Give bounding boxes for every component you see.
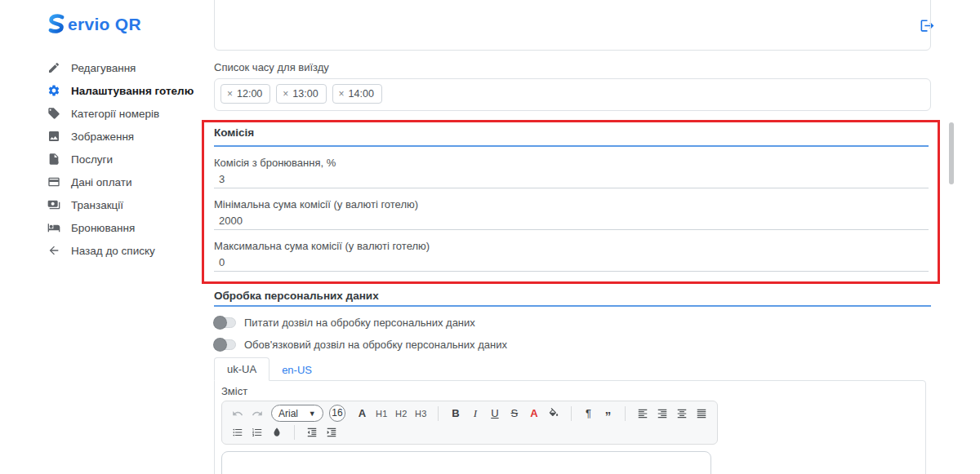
chip-remove-icon[interactable]: ×: [227, 90, 233, 98]
toolbar-separator: [294, 425, 295, 440]
toolbar-row-1: Arial ▼ 16 A H1 H2 H3 B I U S A ¶ ”: [229, 404, 710, 423]
toolbar-separator: [625, 406, 626, 421]
servio-logo[interactable]: ervio QR: [45, 13, 141, 35]
indent-increase-icon[interactable]: [323, 424, 340, 441]
tab-en-us[interactable]: en-US: [270, 359, 324, 381]
font-button[interactable]: A: [354, 405, 370, 422]
commission-field-row: Максимальна сума комісії (у валюті готел…: [214, 241, 929, 272]
toggle-label: Питати дозвіл на обробку персональних да…: [244, 317, 475, 329]
toggle-switch-off[interactable]: [214, 317, 236, 328]
sidebar-item-label: Налаштування готелю: [71, 85, 194, 97]
logo-text: ervio QR: [68, 15, 141, 34]
toggle-row-required-permission: Обов'язковий дозвіл на обробку персональ…: [214, 339, 931, 351]
droplet-icon[interactable]: [269, 424, 285, 441]
toolbar-separator: [438, 406, 439, 421]
bold-button[interactable]: B: [448, 405, 464, 422]
redo-icon[interactable]: [249, 405, 265, 422]
sidebar-item-editing[interactable]: Редагування: [47, 61, 203, 74]
sidebar-item-bookings[interactable]: Бронювання: [47, 221, 203, 234]
back-to-list-link[interactable]: Назад до списку: [47, 244, 203, 257]
commission-highlight-box: Комісія Комісія з бронювання, % 3 Мініма…: [202, 120, 940, 284]
time-chip[interactable]: × 14:00: [332, 84, 382, 104]
toolbar-row-2: [229, 423, 710, 441]
font-family-select[interactable]: Arial ▼: [271, 405, 323, 422]
commission-max-input[interactable]: 0: [214, 257, 929, 272]
h2-button[interactable]: H2: [393, 405, 409, 422]
content-label: Зміст: [221, 386, 919, 396]
toggle-switch-off[interactable]: [214, 339, 236, 350]
back-link-label: Назад до списку: [71, 245, 155, 257]
main-content: Список часу для виїзду × 12:00 × 13:00 ×…: [214, 0, 931, 474]
text-color-button[interactable]: A: [526, 405, 542, 422]
arrow-left-icon: [47, 244, 60, 257]
sidebar: Редагування Налаштування готелю Категорі…: [47, 61, 203, 267]
sidebar-item-services[interactable]: Послуги: [47, 153, 203, 166]
font-size-input[interactable]: 16: [329, 405, 346, 422]
commission-field-row: Комісія з бронювання, % 3: [214, 157, 929, 188]
time-chip[interactable]: × 13:00: [276, 84, 326, 104]
paragraph-button[interactable]: ¶: [580, 405, 596, 422]
commission-percent-input[interactable]: 3: [214, 174, 929, 188]
chip-label: 13:00: [292, 88, 318, 100]
commission-min-input[interactable]: 2000: [214, 215, 929, 230]
transactions-icon: [47, 198, 60, 211]
numbered-list-icon[interactable]: [249, 424, 265, 441]
sidebar-item-label: Дані оплати: [71, 176, 132, 188]
richtext-content-area[interactable]: [221, 451, 711, 474]
gear-icon: [47, 84, 60, 97]
h3-button[interactable]: H3: [412, 405, 429, 422]
locale-tabs: uk-UA en-US: [214, 357, 931, 381]
fill-color-icon[interactable]: [546, 405, 562, 422]
commission-field-row: Мінімальна сума комісії (у валюті готелю…: [214, 199, 929, 230]
credit-card-icon: [47, 175, 60, 188]
previous-field-input[interactable]: [214, 0, 931, 51]
toggle-label: Обов'язковий дозвіл на обробку персональ…: [244, 339, 507, 351]
align-left-icon[interactable]: [635, 405, 651, 422]
sidebar-item-transactions[interactable]: Транзакції: [47, 198, 203, 211]
italic-button[interactable]: I: [467, 405, 483, 422]
chip-remove-icon[interactable]: ×: [283, 90, 288, 98]
h1-button[interactable]: H1: [373, 405, 390, 422]
align-center-icon[interactable]: [674, 405, 690, 422]
bullet-list-icon[interactable]: [229, 424, 246, 441]
locale-tab-panel: Зміст Arial ▼ 16 A H1 H2 H3 B I U S A: [214, 380, 926, 474]
blockquote-button[interactable]: ”: [599, 405, 616, 422]
field-label: Комісія з бронювання, %: [214, 157, 929, 168]
align-justify-icon[interactable]: [693, 405, 710, 422]
chip-remove-icon[interactable]: ×: [339, 90, 345, 98]
sidebar-item-label: Бронювання: [71, 222, 135, 234]
undo-icon[interactable]: [229, 405, 246, 422]
toggle-knob: [214, 317, 226, 329]
sidebar-item-room-categories[interactable]: Категорії номерів: [47, 107, 203, 120]
field-label: Мінімальна сума комісії (у валюті готелю…: [214, 199, 929, 210]
vertical-scrollbar[interactable]: [949, 122, 954, 184]
sidebar-item-label: Послуги: [71, 153, 113, 166]
commission-section-title: Комісія: [214, 127, 929, 147]
sidebar-item-hotel-settings[interactable]: Налаштування готелю: [47, 84, 203, 97]
toggle-knob: [214, 339, 226, 351]
field-label: Максимальна сума комісії (у валюті готел…: [214, 241, 929, 251]
checkout-times-label: Список часу для виїзду: [214, 62, 931, 73]
underline-button[interactable]: U: [487, 405, 503, 422]
font-family-value: Arial: [278, 408, 298, 419]
indent-decrease-icon[interactable]: [304, 424, 320, 441]
chip-label: 12:00: [237, 88, 262, 100]
strikethrough-button[interactable]: S: [506, 405, 523, 422]
toggle-row-ask-permission: Питати дозвіл на обробку персональних да…: [214, 317, 931, 329]
toolbar-separator: [571, 406, 572, 421]
sidebar-item-payment-data[interactable]: Дані оплати: [47, 175, 203, 188]
align-right-icon[interactable]: [654, 405, 670, 422]
sidebar-item-label: Категорії номерів: [71, 108, 159, 120]
pencil-icon: [47, 61, 60, 74]
sidebar-item-images[interactable]: Зображення: [47, 130, 203, 143]
sidebar-item-label: Зображення: [71, 131, 134, 143]
services-icon: [47, 153, 60, 166]
chip-label: 14:00: [349, 88, 374, 100]
tab-uk-ua[interactable]: uk-UA: [214, 357, 270, 381]
time-chip[interactable]: × 12:00: [220, 84, 270, 104]
servio-logo-icon: [45, 13, 67, 35]
image-icon: [47, 130, 60, 143]
sidebar-item-label: Редагування: [71, 62, 136, 74]
richtext-toolbar: Arial ▼ 16 A H1 H2 H3 B I U S A ¶ ”: [221, 401, 718, 445]
checkout-times-input[interactable]: × 12:00 × 13:00 × 14:00: [214, 78, 931, 111]
